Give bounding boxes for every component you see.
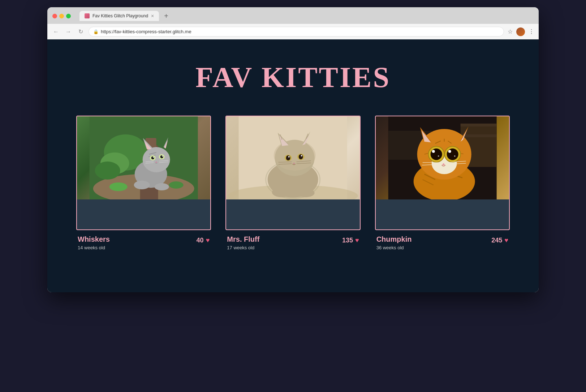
forward-button[interactable]: → xyxy=(64,28,73,36)
svg-rect-59 xyxy=(460,124,496,126)
bookmark-icon[interactable]: ☆ xyxy=(508,28,513,35)
whiskers-likes-count: 40 xyxy=(197,237,204,244)
kitty-age-whiskers: 14 weeks old xyxy=(78,245,110,250)
back-button[interactable]: ← xyxy=(52,28,60,36)
kitty-name-mrs-fluff: Mrs. Fluff xyxy=(227,235,259,244)
svg-point-55 xyxy=(297,189,315,197)
kitty-age-chumpkin: 36 weeks old xyxy=(376,245,412,250)
refresh-button[interactable]: ↻ xyxy=(76,27,85,36)
kitty-info-chumpkin: Chumpkin 36 weeks old 245 ♥ xyxy=(375,235,510,250)
kitty-likes-mrs-fluff: 135 ♥ xyxy=(342,237,359,244)
svg-point-78 xyxy=(430,148,442,160)
svg-point-82 xyxy=(438,155,439,157)
kitty-card-chumpkin: Chumpkin 36 weeks old 245 ♥ xyxy=(375,116,510,250)
cat-photo-whiskers xyxy=(77,116,210,199)
kitty-likes-whiskers: 40 ♥ xyxy=(197,237,210,244)
svg-point-21 xyxy=(153,157,154,158)
kitty-age-mrs-fluff: 17 weeks old xyxy=(227,245,259,250)
kitties-grid: Whiskers 14 weeks old 40 ♥ xyxy=(76,116,510,250)
cat-photo-chumpkin xyxy=(376,116,509,199)
svg-point-29 xyxy=(155,183,169,190)
kitty-info-mrs-fluff: Mrs. Fluff 17 weeks old 135 ♥ xyxy=(225,235,360,250)
lock-icon: 🔒 xyxy=(93,29,99,34)
svg-point-7 xyxy=(109,182,128,191)
kitty-name-age-whiskers: Whiskers 14 weeks old xyxy=(78,235,110,250)
svg-point-80 xyxy=(432,150,435,153)
kitty-card-whiskers: Whiskers 14 weeks old 40 ♥ xyxy=(76,116,211,250)
kitty-name-whiskers: Whiskers xyxy=(78,235,110,244)
svg-point-83 xyxy=(454,155,455,157)
kitty-name-age-mrs-fluff: Mrs. Fluff 17 weeks old xyxy=(227,235,259,250)
svg-line-50 xyxy=(279,162,292,162)
mrs-fluff-likes-count: 135 xyxy=(342,237,353,244)
url-text: https://fav-kitties-compress-starter.gli… xyxy=(101,29,191,34)
browser-tab[interactable]: Fav Kitties Glitch Playground × xyxy=(79,11,159,21)
kitty-image-chumpkin xyxy=(375,116,510,230)
tab-title: Fav Kitties Glitch Playground xyxy=(92,13,148,18)
kitty-name-chumpkin: Chumpkin xyxy=(376,235,412,244)
minimize-window-button[interactable] xyxy=(59,14,64,18)
tab-close-button[interactable]: × xyxy=(151,13,154,19)
svg-point-48 xyxy=(301,155,302,156)
kitty-info-whiskers: Whiskers 14 weeks old 40 ♥ xyxy=(76,235,211,250)
browser-titlebar: Fav Kitties Glitch Playground × + xyxy=(47,7,539,24)
svg-point-54 xyxy=(272,187,292,197)
page-title: FAV KITTIES xyxy=(76,61,510,94)
kitty-name-age-chumpkin: Chumpkin 36 weeks old xyxy=(376,235,412,250)
svg-point-36 xyxy=(274,140,316,171)
kitty-image-mrs-fluff xyxy=(225,116,360,230)
traffic-lights xyxy=(52,14,71,18)
page-content: FAV KITTIES xyxy=(47,39,539,292)
svg-point-10 xyxy=(143,147,170,172)
tabs-bar: Fav Kitties Glitch Playground × + xyxy=(79,11,534,21)
heart-icon-whiskers: ♥ xyxy=(206,237,210,244)
browser-controls: Fav Kitties Glitch Playground × + xyxy=(52,11,534,21)
svg-point-47 xyxy=(288,156,290,158)
address-bar[interactable]: 🔒 https://fav-kitties-compress-starter.g… xyxy=(89,27,504,36)
svg-point-22 xyxy=(162,156,163,157)
heart-icon-chumpkin: ♥ xyxy=(504,237,508,244)
svg-point-46 xyxy=(299,154,303,159)
svg-point-81 xyxy=(448,150,451,153)
chumpkin-likes-count: 245 xyxy=(491,237,502,244)
svg-point-28 xyxy=(134,181,150,189)
profile-avatar[interactable] xyxy=(516,27,525,36)
kitty-card-mrs-fluff: Mrs. Fluff 17 weeks old 135 ♥ xyxy=(225,116,360,250)
svg-rect-60 xyxy=(460,134,496,137)
kitty-likes-chumpkin: 245 ♥ xyxy=(491,237,508,244)
heart-icon-mrs-fluff: ♥ xyxy=(355,237,359,244)
svg-point-8 xyxy=(169,181,184,189)
close-window-button[interactable] xyxy=(52,14,57,18)
svg-point-79 xyxy=(447,148,458,160)
cat-photo-mrs-fluff xyxy=(226,116,359,199)
browser-window: Fav Kitties Glitch Playground × + ← → ↻ … xyxy=(47,7,539,292)
svg-point-6 xyxy=(95,161,120,180)
toolbar-right: ☆ ⋮ xyxy=(508,27,534,36)
new-tab-button[interactable]: + xyxy=(162,12,171,20)
browser-toolbar: ← → ↻ 🔒 https://fav-kitties-compress-sta… xyxy=(47,24,539,39)
menu-icon[interactable]: ⋮ xyxy=(529,28,534,35)
svg-point-45 xyxy=(286,155,290,160)
kitty-image-whiskers xyxy=(76,116,211,230)
maximize-window-button[interactable] xyxy=(66,14,71,18)
tab-favicon xyxy=(85,13,90,18)
